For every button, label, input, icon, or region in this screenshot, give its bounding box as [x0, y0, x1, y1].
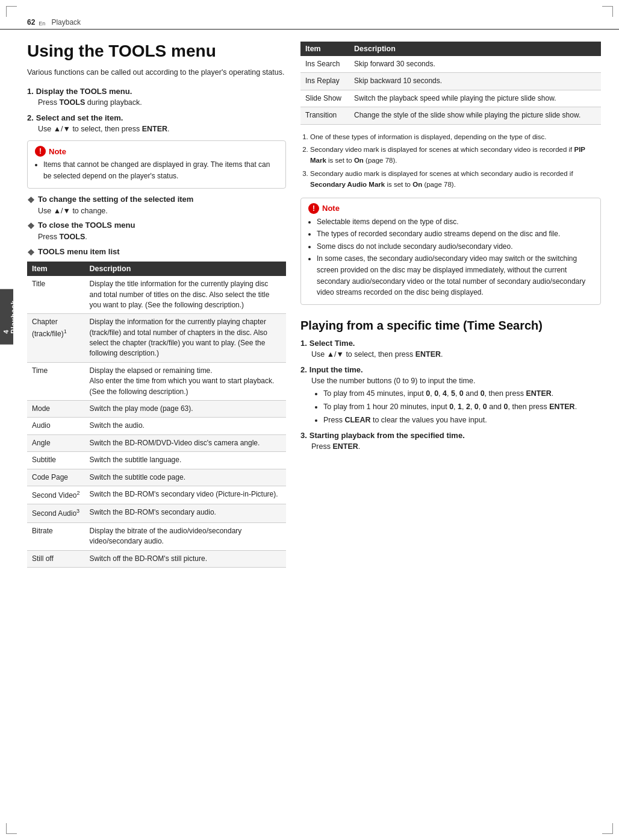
row-item: Slide Show — [300, 90, 349, 107]
sidebar-chapter-label: Playback — [10, 300, 17, 334]
diamond-change-title: ❖ To change the setting of the selected … — [27, 195, 286, 205]
table-row: Title Display the title information for … — [27, 276, 286, 314]
row-desc: Skip forward 30 seconds. — [349, 56, 601, 73]
table-row: Audio Switch the audio. — [27, 418, 286, 434]
page: 4 Playback 62 En Playback Using the TOOL… — [0, 0, 619, 840]
row-item: Code Page — [27, 469, 85, 486]
note-item-2-3: Some discs do not include secondary audi… — [317, 241, 593, 252]
row-item: Audio — [27, 418, 85, 434]
row-desc: Switch the BD-ROM's secondary audio. — [85, 504, 286, 522]
note-header-2: ! Note — [308, 203, 593, 214]
left-table-header-row: Item Description — [27, 262, 286, 276]
sub-step-1-title: Select Time. — [310, 339, 355, 348]
sub-step-2: 2. Input the time. Use the number button… — [300, 365, 601, 426]
row-item: Ins Replay — [300, 73, 349, 90]
right-table-header-row: Item Description — [300, 42, 601, 56]
sub-step-2-title: Input the time. — [310, 365, 363, 374]
right-column: Item Description Ins Search Skip forward… — [300, 42, 601, 568]
bullet-2: To play from 1 hour 20 minutes, input 0,… — [323, 401, 601, 413]
diamond-list-label: TOOLS menu item list — [38, 247, 120, 256]
diamond-close-title: ❖ To close the TOOLS menu — [27, 221, 286, 231]
step-1: 1. Display the TOOLS menu. Press TOOLS d… — [27, 87, 286, 108]
right-table: Item Description Ins Search Skip forward… — [300, 42, 601, 125]
row-item: Mode — [27, 401, 85, 418]
step-2-header: 2. Select and set the item. — [27, 113, 286, 122]
row-item: Angle — [27, 434, 85, 451]
sub-section-title: Playing from a specific time (Time Searc… — [300, 318, 601, 333]
row-desc: Switch the BD-ROM's secondary video (Pic… — [85, 486, 286, 504]
note-body-1: Items that cannot be changed are display… — [35, 159, 278, 181]
table-row: Chapter(track/file)1 Display the informa… — [27, 314, 286, 363]
section-intro: Various functions can be called out acco… — [27, 67, 286, 78]
right-table-col-item: Item — [300, 42, 349, 56]
row-item: Second Audio3 — [27, 504, 85, 522]
sidebar-tab: 4 Playback — [0, 289, 13, 345]
row-item: Bitrate — [27, 522, 85, 550]
diamond-close-label: To close the TOOLS menu — [38, 221, 135, 230]
note-box-2: ! Note Selectable items depend on the ty… — [300, 198, 601, 305]
right-table-col-desc: Description — [349, 42, 601, 56]
row-item: Ins Search — [300, 56, 349, 73]
note-icon-2: ! — [308, 203, 319, 214]
right-table-wrap: Item Description Ins Search Skip forward… — [300, 42, 601, 125]
corner-mark-tr — [602, 6, 613, 17]
step-2-body: Use ▲/▼ to select, then press ENTER. — [38, 124, 286, 135]
row-item: Chapter(track/file)1 — [27, 314, 85, 363]
note-body-2: Selectable items depend on the type of d… — [308, 216, 593, 298]
table-row: Mode Switch the play mode (page 63). — [27, 401, 286, 418]
note-item-1-1: Items that cannot be changed are display… — [43, 159, 278, 181]
row-desc: Display the title information for the cu… — [85, 276, 286, 314]
page-number: 62 — [27, 18, 35, 27]
sub-step-1-header: 1. Select Time. — [300, 339, 601, 348]
table-row: Second Audio3 Switch the BD-ROM's second… — [27, 504, 286, 522]
page-lang: En — [39, 20, 45, 27]
footnote-1: One of these types of information is dis… — [310, 132, 601, 143]
step-2-num: 2. — [27, 113, 34, 122]
table-row: Second Video2 Switch the BD-ROM's second… — [27, 486, 286, 504]
page-header: 62 En Playback — [0, 18, 619, 30]
row-desc: Display the elapsed or remaining time.Al… — [85, 362, 286, 400]
sub-step-3-num: 3. — [300, 431, 307, 440]
section-title: Using the TOOLS menu — [27, 42, 286, 61]
corner-mark-br — [602, 823, 613, 834]
row-item: Transition — [300, 107, 349, 124]
footnote-3: Secondary audio mark is displayed for sc… — [310, 169, 601, 190]
footnote-2: Secondary video mark is displayed for sc… — [310, 145, 601, 166]
table-row: Transition Change the style of the slide… — [300, 107, 601, 124]
diamond-change-label: To change the setting of the selected it… — [38, 195, 193, 204]
diamond-list-title: ❖ TOOLS menu item list — [27, 247, 286, 257]
left-table: Item Description Title Display the title… — [27, 262, 286, 568]
note-item-2-4: In some cases, the secondary audio/secon… — [317, 253, 593, 298]
row-item: Second Video2 — [27, 486, 85, 504]
row-item: Subtitle — [27, 452, 85, 469]
footnotes: One of these types of information is dis… — [300, 132, 601, 190]
sub-step-3-body: Press ENTER. — [311, 441, 601, 453]
note-item-2-1: Selectable items depend on the type of d… — [317, 216, 593, 228]
note-item-2-2: The types of recorded secondary audio st… — [317, 228, 593, 240]
row-desc: Switch the play mode (page 63). — [85, 401, 286, 418]
note-icon-1: ! — [35, 146, 46, 157]
table-row: Time Display the elapsed or remaining ti… — [27, 362, 286, 400]
bullet-3: Press CLEAR to clear the values you have… — [323, 415, 601, 426]
diamond-item-list: ❖ TOOLS menu item list — [27, 247, 286, 257]
row-desc: Switch the subtitle code page. — [85, 469, 286, 486]
row-item: Still off — [27, 550, 85, 567]
row-desc: Display the bitrate of the audio/video/s… — [85, 522, 286, 550]
row-desc: Switch off the BD-ROM's still picture. — [85, 550, 286, 567]
row-desc: Display the information for the currentl… — [85, 314, 286, 363]
step-2-title: Select and set the item. — [36, 113, 123, 122]
note-label-2: Note — [322, 204, 340, 213]
row-item: Time — [27, 362, 85, 400]
sub-step-3-header: 3. Starting playback from the specified … — [300, 431, 601, 440]
row-desc: Switch the audio. — [85, 418, 286, 434]
note-label-1: Note — [49, 147, 66, 156]
sub-step-1-body: Use ▲/▼ to select, then press ENTER. — [311, 349, 601, 360]
left-column: Using the TOOLS menu Various functions c… — [27, 42, 286, 568]
table-row: Ins Replay Skip backward 10 seconds. — [300, 73, 601, 90]
note-header-1: ! Note — [35, 146, 278, 157]
corner-mark-bl — [6, 823, 17, 834]
table-row: Slide Show Switch the playback speed whi… — [300, 90, 601, 107]
content-area: Using the TOOLS menu Various functions c… — [0, 42, 619, 568]
step-2: 2. Select and set the item. Use ▲/▼ to s… — [27, 113, 286, 135]
page-chapter: Playback — [51, 18, 81, 27]
